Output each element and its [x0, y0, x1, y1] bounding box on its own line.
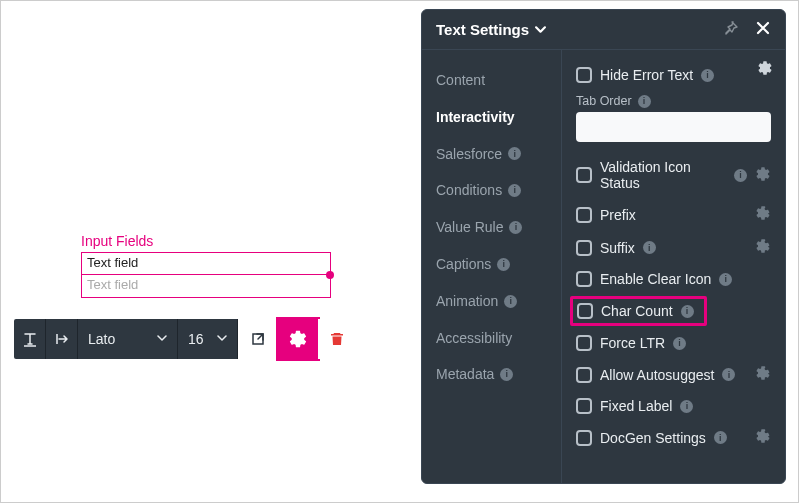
text-field-2[interactable]: Text field [82, 275, 330, 297]
info-icon[interactable]: i [714, 431, 727, 444]
font-size-value: 16 [188, 331, 204, 347]
sidebar-item-content[interactable]: Content [422, 62, 561, 99]
close-icon[interactable] [755, 20, 771, 39]
info-icon[interactable]: i [500, 368, 513, 381]
option-label: Suffix [600, 240, 635, 256]
info-icon[interactable]: i [504, 295, 517, 308]
chevron-down-icon [157, 332, 167, 346]
sidebar-item-label: Salesforce [436, 146, 502, 163]
option-allow-autosuggest[interactable]: Allow Autosuggest i [576, 358, 771, 391]
info-icon[interactable]: i [701, 69, 714, 82]
option-char-count-highlight: Char Count i [570, 296, 707, 326]
font-family-value: Lato [88, 331, 115, 347]
option-label: Allow Autosuggest [600, 367, 714, 383]
panel-title-dropdown[interactable]: Text Settings [436, 21, 546, 38]
option-docgen-settings[interactable]: DocGen Settings i [576, 421, 771, 454]
text-settings-panel: Text Settings ContentInteractivitySalesf… [421, 9, 786, 484]
option-fixed-label[interactable]: Fixed Label i [576, 391, 771, 421]
checkbox[interactable] [576, 367, 592, 383]
text-toolbar: Lato 16 [14, 319, 356, 359]
gear-icon[interactable] [755, 205, 771, 224]
info-icon[interactable]: i [734, 169, 747, 182]
chevron-down-icon [535, 24, 546, 35]
open-external-button[interactable] [238, 319, 278, 359]
sidebar-item-label: Accessibility [436, 330, 512, 347]
tab-order-label: Tab Order i [576, 94, 771, 108]
panel-sidebar: ContentInteractivitySalesforceiCondition… [422, 50, 562, 483]
gear-icon[interactable] [755, 428, 771, 447]
panel-content: Hide Error Text i Tab Order i Validation… [562, 50, 785, 483]
section-settings-icon[interactable] [757, 60, 773, 80]
info-icon[interactable]: i [680, 400, 693, 413]
option-label: Char Count [601, 303, 673, 319]
info-icon[interactable]: i [643, 241, 656, 254]
panel-title: Text Settings [436, 21, 529, 38]
sidebar-item-label: Conditions [436, 182, 502, 199]
info-icon[interactable]: i [719, 273, 732, 286]
option-label: Hide Error Text [600, 67, 693, 83]
info-icon[interactable]: i [508, 147, 521, 160]
option-label: DocGen Settings [600, 430, 706, 446]
checkbox[interactable] [576, 335, 592, 351]
option-label: Prefix [600, 207, 636, 223]
option-label: Enable Clear Icon [600, 271, 711, 287]
input-fields-group-label: Input Fields [81, 233, 153, 249]
checkbox[interactable] [577, 303, 593, 319]
sidebar-item-animation[interactable]: Animationi [422, 283, 561, 320]
option-hide-error-text[interactable]: Hide Error Text i [576, 60, 771, 90]
checkbox[interactable] [576, 167, 592, 183]
sidebar-item-label: Metadata [436, 366, 494, 383]
option-label: Force LTR [600, 335, 665, 351]
align-tool-button[interactable] [46, 319, 78, 359]
sidebar-item-label: Captions [436, 256, 491, 273]
font-size-select[interactable]: 16 [178, 319, 238, 359]
info-icon[interactable]: i [638, 95, 651, 108]
gear-icon[interactable] [755, 166, 771, 185]
settings-button[interactable] [278, 319, 318, 359]
info-icon[interactable]: i [508, 184, 521, 197]
info-icon[interactable]: i [497, 258, 510, 271]
tab-order-input[interactable] [576, 112, 771, 142]
sidebar-item-value-rule[interactable]: Value Rulei [422, 209, 561, 246]
font-family-select[interactable]: Lato [78, 319, 178, 359]
option-prefix[interactable]: Prefix [576, 198, 771, 231]
option-label: Fixed Label [600, 398, 672, 414]
option-suffix[interactable]: Suffix i [576, 231, 771, 264]
sidebar-item-salesforce[interactable]: Salesforcei [422, 136, 561, 173]
sidebar-item-captions[interactable]: Captionsi [422, 246, 561, 283]
option-label: Validation Icon Status [600, 159, 726, 191]
sidebar-item-metadata[interactable]: Metadatai [422, 356, 561, 393]
sidebar-item-label: Content [436, 72, 485, 89]
checkbox[interactable] [576, 240, 592, 256]
sidebar-item-label: Animation [436, 293, 498, 310]
option-char-count[interactable]: Char Count i [577, 301, 700, 321]
info-icon[interactable]: i [673, 337, 686, 350]
checkbox[interactable] [576, 430, 592, 446]
chevron-down-icon [217, 332, 227, 346]
text-field-1[interactable]: Text field [82, 253, 330, 275]
pin-icon[interactable] [723, 20, 739, 39]
info-icon[interactable]: i [509, 221, 522, 234]
gear-icon[interactable] [755, 238, 771, 257]
sidebar-item-label: Interactivity [436, 109, 515, 126]
checkbox[interactable] [576, 207, 592, 223]
checkbox[interactable] [576, 67, 592, 83]
sidebar-item-interactivity[interactable]: Interactivity [422, 99, 561, 136]
text-tool-button[interactable] [14, 319, 46, 359]
option-enable-clear-icon[interactable]: Enable Clear Icon i [576, 264, 771, 294]
sidebar-item-accessibility[interactable]: Accessibility [422, 320, 561, 357]
checkbox[interactable] [576, 271, 592, 287]
info-icon[interactable]: i [722, 368, 735, 381]
selection-handle-right[interactable] [326, 271, 334, 279]
sidebar-item-label: Value Rule [436, 219, 503, 236]
input-group-selection[interactable]: Text field Text field [81, 252, 331, 298]
delete-button[interactable] [318, 319, 356, 359]
gear-icon[interactable] [755, 365, 771, 384]
checkbox[interactable] [576, 398, 592, 414]
panel-header: Text Settings [422, 10, 785, 50]
option-validation-icon-status[interactable]: Validation Icon Status i [576, 152, 771, 198]
option-force-ltr[interactable]: Force LTR i [576, 328, 771, 358]
info-icon[interactable]: i [681, 305, 694, 318]
sidebar-item-conditions[interactable]: Conditionsi [422, 172, 561, 209]
